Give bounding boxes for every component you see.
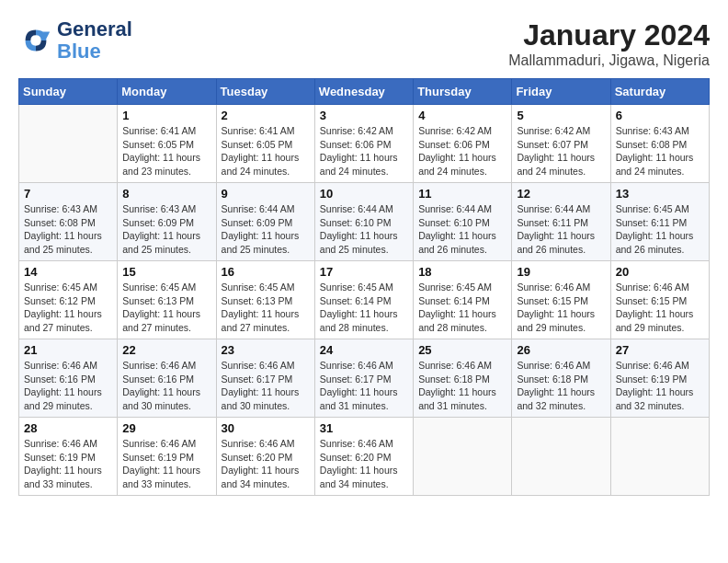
day-info: Sunrise: 6:45 AMSunset: 6:11 PMDaylight:… bbox=[616, 202, 704, 257]
day-info: Sunrise: 6:46 AMSunset: 6:19 PMDaylight:… bbox=[616, 359, 704, 413]
calendar-week-row: 28Sunrise: 6:46 AMSunset: 6:19 PMDayligh… bbox=[19, 418, 710, 496]
calendar-day-cell: 11Sunrise: 6:44 AMSunset: 6:10 PMDayligh… bbox=[414, 183, 512, 261]
day-number: 3 bbox=[320, 109, 408, 122]
day-info: Sunrise: 6:41 AMSunset: 6:05 PMDaylight:… bbox=[122, 124, 210, 178]
day-number: 14 bbox=[24, 265, 112, 279]
calendar-day-cell: 1Sunrise: 6:41 AMSunset: 6:05 PMDaylight… bbox=[118, 105, 216, 183]
day-number: 9 bbox=[222, 187, 310, 201]
day-number: 26 bbox=[517, 343, 605, 357]
day-number: 30 bbox=[222, 421, 310, 435]
calendar-day-cell: 3Sunrise: 6:42 AMSunset: 6:06 PMDaylight… bbox=[314, 105, 413, 183]
day-number: 31 bbox=[320, 421, 408, 435]
calendar-day-cell: 31Sunrise: 6:46 AMSunset: 6:20 PMDayligh… bbox=[314, 418, 413, 496]
day-info: Sunrise: 6:46 AMSunset: 6:15 PMDaylight:… bbox=[616, 281, 704, 335]
calendar-day-cell: 6Sunrise: 6:43 AMSunset: 6:08 PMDaylight… bbox=[610, 105, 709, 183]
calendar-day-cell: 15Sunrise: 6:45 AMSunset: 6:13 PMDayligh… bbox=[118, 261, 216, 339]
calendar-day-cell: 4Sunrise: 6:42 AMSunset: 6:06 PMDaylight… bbox=[414, 105, 512, 183]
day-info: Sunrise: 6:41 AMSunset: 6:05 PMDaylight:… bbox=[222, 124, 310, 178]
day-number: 7 bbox=[24, 187, 112, 201]
day-info: Sunrise: 6:44 AMSunset: 6:09 PMDaylight:… bbox=[222, 202, 310, 257]
day-number: 21 bbox=[24, 343, 112, 357]
calendar-day-cell: 28Sunrise: 6:46 AMSunset: 6:19 PMDayligh… bbox=[19, 418, 118, 496]
day-info: Sunrise: 6:45 AMSunset: 6:14 PMDaylight:… bbox=[320, 281, 408, 335]
calendar-day-cell: 25Sunrise: 6:46 AMSunset: 6:18 PMDayligh… bbox=[414, 339, 512, 418]
day-number: 10 bbox=[320, 187, 408, 201]
day-number: 6 bbox=[616, 109, 704, 122]
day-info: Sunrise: 6:45 AMSunset: 6:14 PMDaylight:… bbox=[418, 281, 506, 335]
day-number: 11 bbox=[418, 187, 506, 201]
calendar-day-cell bbox=[19, 105, 118, 183]
day-info: Sunrise: 6:43 AMSunset: 6:08 PMDaylight:… bbox=[24, 202, 112, 257]
day-number: 13 bbox=[616, 187, 704, 201]
calendar-day-cell: 8Sunrise: 6:43 AMSunset: 6:09 PMDaylight… bbox=[118, 183, 216, 261]
calendar-header-row: SundayMondayTuesdayWednesdayThursdayFrid… bbox=[19, 79, 710, 105]
page-header: General Blue January 2024 Mallammaduri, … bbox=[18, 18, 710, 69]
day-info: Sunrise: 6:46 AMSunset: 6:18 PMDaylight:… bbox=[418, 359, 506, 413]
day-number: 23 bbox=[222, 343, 310, 357]
title-block: January 2024 Mallammaduri, Jigawa, Niger… bbox=[508, 18, 710, 69]
calendar-day-cell bbox=[414, 418, 512, 496]
day-info: Sunrise: 6:45 AMSunset: 6:13 PMDaylight:… bbox=[122, 281, 210, 335]
svg-rect-0 bbox=[18, 23, 53, 58]
day-info: Sunrise: 6:44 AMSunset: 6:10 PMDaylight:… bbox=[320, 202, 408, 257]
day-number: 1 bbox=[122, 109, 210, 122]
calendar-day-cell: 26Sunrise: 6:46 AMSunset: 6:18 PMDayligh… bbox=[512, 339, 610, 418]
day-info: Sunrise: 6:44 AMSunset: 6:10 PMDaylight:… bbox=[418, 202, 506, 257]
day-number: 19 bbox=[517, 265, 605, 279]
page-subtitle: Mallammaduri, Jigawa, Nigeria bbox=[508, 52, 710, 69]
calendar-day-cell: 2Sunrise: 6:41 AMSunset: 6:05 PMDaylight… bbox=[216, 105, 314, 183]
day-info: Sunrise: 6:46 AMSunset: 6:15 PMDaylight:… bbox=[517, 281, 605, 335]
day-number: 25 bbox=[418, 343, 506, 357]
weekday-header: Thursday bbox=[414, 79, 512, 105]
day-number: 4 bbox=[418, 109, 506, 122]
calendar-day-cell: 18Sunrise: 6:45 AMSunset: 6:14 PMDayligh… bbox=[414, 261, 512, 339]
day-number: 5 bbox=[517, 109, 605, 122]
day-info: Sunrise: 6:46 AMSunset: 6:17 PMDaylight:… bbox=[222, 359, 310, 413]
calendar-week-row: 7Sunrise: 6:43 AMSunset: 6:08 PMDaylight… bbox=[19, 183, 710, 261]
calendar-day-cell: 10Sunrise: 6:44 AMSunset: 6:10 PMDayligh… bbox=[314, 183, 413, 261]
day-info: Sunrise: 6:42 AMSunset: 6:07 PMDaylight:… bbox=[517, 124, 605, 178]
logo-line1: General bbox=[57, 18, 132, 40]
calendar-day-cell: 19Sunrise: 6:46 AMSunset: 6:15 PMDayligh… bbox=[512, 261, 610, 339]
calendar-day-cell: 30Sunrise: 6:46 AMSunset: 6:20 PMDayligh… bbox=[216, 418, 314, 496]
day-number: 29 bbox=[122, 421, 210, 435]
calendar-day-cell: 22Sunrise: 6:46 AMSunset: 6:16 PMDayligh… bbox=[118, 339, 216, 418]
calendar-week-row: 14Sunrise: 6:45 AMSunset: 6:12 PMDayligh… bbox=[19, 261, 710, 339]
weekday-header: Sunday bbox=[19, 79, 118, 105]
calendar-table: SundayMondayTuesdayWednesdayThursdayFrid… bbox=[18, 78, 710, 496]
day-info: Sunrise: 6:45 AMSunset: 6:12 PMDaylight:… bbox=[24, 281, 112, 335]
calendar-day-cell bbox=[512, 418, 610, 496]
weekday-header: Monday bbox=[118, 79, 216, 105]
day-number: 8 bbox=[122, 187, 210, 201]
day-info: Sunrise: 6:46 AMSunset: 6:16 PMDaylight:… bbox=[24, 359, 112, 413]
calendar-week-row: 1Sunrise: 6:41 AMSunset: 6:05 PMDaylight… bbox=[19, 105, 710, 183]
calendar-day-cell: 29Sunrise: 6:46 AMSunset: 6:19 PMDayligh… bbox=[118, 418, 216, 496]
day-info: Sunrise: 6:46 AMSunset: 6:16 PMDaylight:… bbox=[122, 359, 210, 413]
day-info: Sunrise: 6:45 AMSunset: 6:13 PMDaylight:… bbox=[222, 281, 310, 335]
logo-text: General Blue bbox=[57, 18, 132, 63]
day-number: 28 bbox=[24, 421, 112, 435]
calendar-day-cell: 24Sunrise: 6:46 AMSunset: 6:17 PMDayligh… bbox=[314, 339, 413, 418]
day-number: 2 bbox=[222, 109, 310, 122]
day-number: 16 bbox=[222, 265, 310, 279]
logo: General Blue bbox=[18, 18, 132, 63]
day-number: 17 bbox=[320, 265, 408, 279]
calendar-day-cell: 13Sunrise: 6:45 AMSunset: 6:11 PMDayligh… bbox=[610, 183, 709, 261]
weekday-header: Friday bbox=[512, 79, 610, 105]
weekday-header: Tuesday bbox=[216, 79, 314, 105]
weekday-header: Wednesday bbox=[314, 79, 413, 105]
calendar-day-cell: 23Sunrise: 6:46 AMSunset: 6:17 PMDayligh… bbox=[216, 339, 314, 418]
day-info: Sunrise: 6:46 AMSunset: 6:18 PMDaylight:… bbox=[517, 359, 605, 413]
day-number: 27 bbox=[616, 343, 704, 357]
day-info: Sunrise: 6:46 AMSunset: 6:19 PMDaylight:… bbox=[24, 437, 112, 491]
calendar-day-cell: 27Sunrise: 6:46 AMSunset: 6:19 PMDayligh… bbox=[610, 339, 709, 418]
logo-line2: Blue bbox=[57, 40, 132, 63]
calendar-day-cell: 14Sunrise: 6:45 AMSunset: 6:12 PMDayligh… bbox=[19, 261, 118, 339]
day-number: 24 bbox=[320, 343, 408, 357]
page-title: January 2024 bbox=[508, 18, 710, 52]
day-number: 20 bbox=[616, 265, 704, 279]
day-number: 15 bbox=[122, 265, 210, 279]
day-number: 22 bbox=[122, 343, 210, 357]
day-info: Sunrise: 6:46 AMSunset: 6:19 PMDaylight:… bbox=[122, 437, 210, 491]
day-info: Sunrise: 6:42 AMSunset: 6:06 PMDaylight:… bbox=[320, 124, 408, 178]
